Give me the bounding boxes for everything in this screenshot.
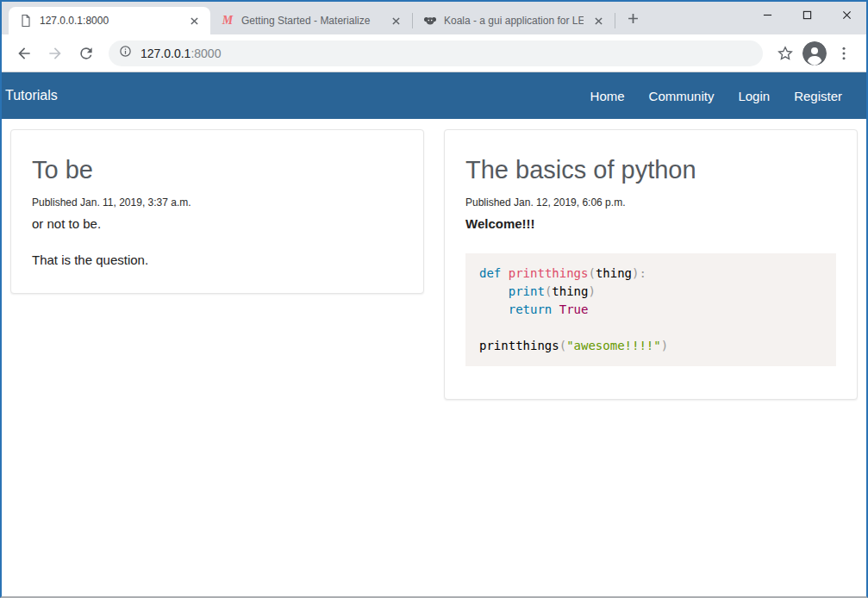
url-host: 127.0.0.1 [141, 47, 190, 60]
browser-toolbar: 127.0.0.1:8000 [2, 34, 866, 72]
bookmark-star-icon[interactable] [771, 40, 799, 67]
published-date: Published Jan. 12, 2019, 6:06 p.m. [465, 196, 836, 209]
nav-link-login[interactable]: Login [726, 89, 782, 103]
document-icon [19, 14, 33, 28]
tab-title: 127.0.0.1:8000 [40, 15, 179, 27]
posts-row: To be Published Jan. 11, 2019, 3:37 a.m.… [10, 129, 858, 400]
post-body: Welcome!!! def printthings(thing): print… [465, 215, 836, 366]
nav-link-home[interactable]: Home [578, 89, 637, 103]
post-card-python-basics: The basics of python Published Jan. 12, … [444, 129, 858, 400]
post-lead: Welcome!!! [465, 215, 836, 233]
tab-title: Koala - a gui application for LESS [444, 15, 584, 27]
post-paragraph: That is the question. [32, 251, 403, 269]
post-title: To be [32, 156, 403, 184]
published-date: Published Jan. 11, 2019, 3:37 a.m. [32, 196, 403, 209]
tab-close-icon[interactable] [388, 13, 403, 28]
tab-close-icon[interactable] [186, 13, 202, 28]
tab-title: Getting Started - Materialize [241, 15, 381, 27]
window-controls [747, 2, 866, 28]
nav-link-community[interactable]: Community [637, 89, 727, 103]
site-navbar: Tutorials Home Community Login Register [2, 72, 866, 119]
tab-close-icon[interactable] [590, 13, 606, 28]
new-tab-button[interactable] [621, 6, 645, 30]
url-text: 127.0.0.1:8000 [141, 47, 221, 60]
tab-localhost[interactable]: 127.0.0.1:8000 [9, 7, 210, 34]
address-bar[interactable]: 127.0.0.1:8000 [109, 40, 763, 66]
tabs: 127.0.0.1:8000 M Getting Started - Mater… [2, 2, 747, 34]
minimize-button[interactable] [747, 2, 787, 28]
tab-separator [615, 13, 615, 28]
post-card-to-be: To be Published Jan. 11, 2019, 3:37 a.m.… [10, 129, 424, 294]
tab-strip: 127.0.0.1:8000 M Getting Started - Mater… [2, 2, 866, 34]
back-icon[interactable] [10, 40, 38, 67]
forward-icon [41, 40, 69, 67]
tab-koala[interactable]: Koala - a gui application for LESS [413, 7, 615, 34]
url-port: :8000 [190, 47, 221, 60]
tab-materialize[interactable]: M Getting Started - Materialize [210, 7, 412, 34]
browser-window: 127.0.0.1:8000 M Getting Started - Mater… [0, 0, 868, 598]
maximize-button[interactable] [787, 2, 827, 28]
post-paragraph: or not to be. [32, 215, 403, 233]
close-button[interactable] [827, 2, 866, 28]
profile-avatar[interactable] [802, 41, 827, 65]
page-info-icon[interactable] [119, 45, 132, 61]
reload-icon[interactable] [72, 40, 100, 67]
web-page: Tutorials Home Community Login Register … [2, 72, 866, 596]
nav-links: Home Community Login Register [578, 89, 866, 103]
materialize-icon: M [221, 14, 234, 28]
post-title: The basics of python [465, 156, 836, 184]
nav-link-register[interactable]: Register [782, 89, 854, 103]
menu-dots-icon[interactable] [830, 40, 858, 67]
brand-link[interactable]: Tutorials [2, 88, 58, 103]
post-body: or not to be. That is the question. [32, 215, 403, 269]
code-block: def printthings(thing): print(thing) ret… [465, 253, 836, 366]
koala-icon [423, 14, 437, 28]
